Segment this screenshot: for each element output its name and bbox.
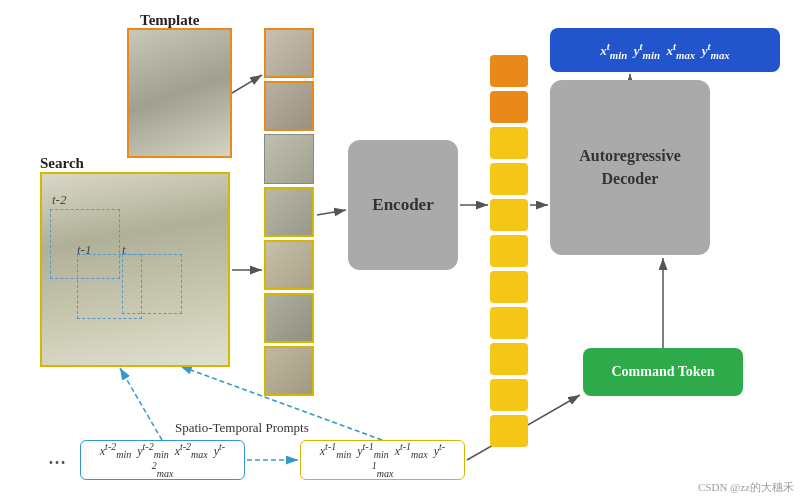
token-cell-5 — [490, 199, 528, 231]
patch-item-4 — [264, 187, 314, 237]
token-cell-7 — [490, 271, 528, 303]
encoder-label: Encoder — [372, 195, 433, 215]
token-cell-3 — [490, 127, 528, 159]
token-cell-4 — [490, 163, 528, 195]
command-token-label: Command Token — [611, 364, 714, 380]
svg-line-11 — [120, 368, 162, 440]
coord-box-right: xt-1min yt-1min xt-1max yt-1max — [300, 440, 465, 480]
patch-strip — [264, 28, 316, 396]
output-label: xtmin ytmin xtmax ytmax — [600, 40, 730, 61]
coord-text-left: xt-2min yt-2min xt-2max yt-2max — [89, 441, 236, 480]
token-cell-9 — [490, 343, 528, 375]
search-image-box: t-2 t-1 t — [40, 172, 230, 367]
patch-item-1 — [264, 28, 314, 78]
patch-item-5 — [264, 240, 314, 290]
template-image-box — [127, 28, 232, 158]
template-label: Template — [140, 12, 199, 29]
diagram: Template Search t-2 t-1 t — [0, 0, 806, 503]
stp-label: Spatio-Temporal Prompts — [175, 420, 309, 436]
token-cell-6 — [490, 235, 528, 267]
patch-item-2 — [264, 81, 314, 131]
watermark: CSDN @zz的大穗禾 — [698, 480, 794, 495]
coord-text-right: xt-1min yt-1min xt-1max yt-1max — [309, 441, 456, 480]
decoder-label: AutoregressiveDecoder — [579, 145, 681, 190]
ellipsis-left: … — [48, 448, 66, 469]
token-cell-8 — [490, 307, 528, 339]
search-label: Search — [40, 155, 84, 172]
decoder-box: AutoregressiveDecoder — [550, 80, 710, 255]
patch-item-6 — [264, 293, 314, 343]
svg-line-2 — [232, 75, 262, 93]
patch-item-3 — [264, 134, 314, 184]
token-cell-2 — [490, 91, 528, 123]
token-cell-1 — [490, 55, 528, 87]
patch-item-7 — [264, 346, 314, 396]
coord-box-left: xt-2min yt-2min xt-2max yt-2max — [80, 440, 245, 480]
token-column — [490, 55, 528, 447]
token-cell-11 — [490, 415, 528, 447]
dashed-box-t — [122, 254, 182, 314]
command-token-box: Command Token — [583, 348, 743, 396]
token-cell-10 — [490, 379, 528, 411]
t2-label: t-2 — [52, 192, 66, 208]
output-box: xtmin ytmin xtmax ytmax — [550, 28, 780, 72]
svg-line-4 — [317, 210, 346, 215]
encoder-box: Encoder — [348, 140, 458, 270]
